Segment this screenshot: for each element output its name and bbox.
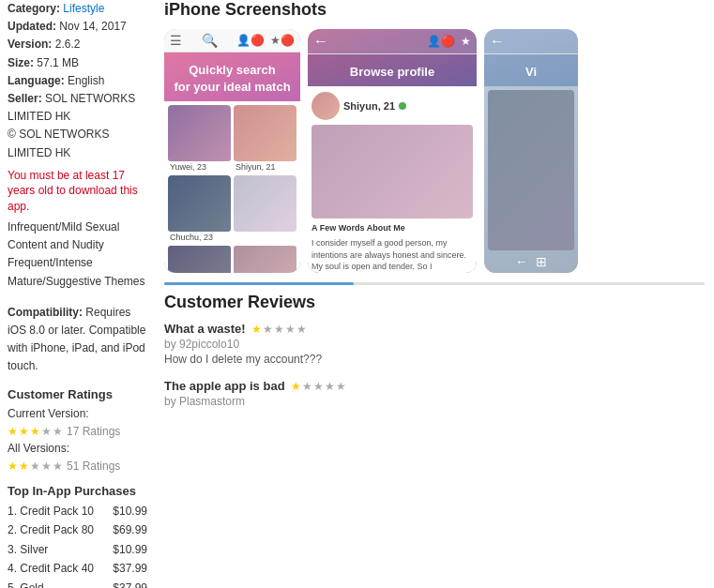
- action-icon-1[interactable]: ←: [515, 254, 528, 269]
- photo-cell-4: [234, 175, 296, 243]
- screenshot-3: ← Vi ← ⊞: [484, 29, 578, 273]
- photo-caption-3: Chuchu, 23: [168, 232, 231, 243]
- content-rating-2: Frequent/Intense Mature/Suggestive Theme…: [8, 254, 147, 290]
- online-dot: [399, 102, 406, 110]
- main-content: iPhone Screenshots ☰ 🔍 👤🔴 ★🔴 Quickly sea…: [155, 0, 714, 588]
- screen1-line1: Quickly search: [172, 62, 293, 79]
- review-1-title-row: What a waste! ★★★★★: [164, 322, 705, 336]
- iap-item: 5. Gold $37.99: [8, 579, 147, 588]
- back-icon-3: ←: [490, 33, 505, 50]
- size-label: Size:: [8, 56, 34, 69]
- reviews-section: Customer Reviews What a waste! ★★★★★ by …: [164, 293, 705, 408]
- star-icon: ★🔴: [270, 34, 295, 47]
- profile-name-row: Shiyun, 21: [311, 90, 473, 122]
- review-1: What a waste! ★★★★★ by 92piccolo10 How d…: [164, 322, 705, 368]
- all-versions-count: 51 Ratings: [67, 460, 120, 473]
- iap-list: 1. Credit Pack 10 $10.99 2. Credit Pack …: [8, 502, 147, 588]
- content-rating-1: Infrequent/Mild Sexual Content and Nudit…: [8, 219, 147, 254]
- nav-bar-2: ← 👤🔴 ★: [308, 29, 477, 54]
- screen2-body: Shiyun, 21 A Few Words About Me I consid…: [308, 86, 477, 273]
- iap-name-3: 3. Silver: [8, 540, 48, 559]
- iap-name-2: 2. Credit Pack 80: [8, 520, 94, 539]
- screenshot-1: ☰ 🔍 👤🔴 ★🔴 Quickly search for your ideal …: [164, 29, 300, 273]
- current-version-label: Current Version:: [8, 405, 147, 423]
- bottom-photo-1: [168, 246, 231, 273]
- phone-mockup-1: ☰ 🔍 👤🔴 ★🔴 Quickly search for your ideal …: [164, 29, 300, 273]
- profile-name: Shiyun, 21: [343, 100, 395, 112]
- size-value: 57.1 MB: [37, 56, 79, 69]
- person-icon: 👤🔴: [236, 34, 265, 47]
- review-2-author: by Plasmastorm: [164, 395, 705, 408]
- all-versions-ratings: ★★★★★ 51 Ratings: [8, 460, 147, 473]
- iap-title: Top In-App Purchases: [8, 484, 147, 498]
- nav-icons-right-1: 👤🔴 ★🔴: [236, 34, 295, 47]
- photo-img-1: [168, 105, 231, 161]
- photo-caption-1: Yuwei, 23: [168, 161, 231, 173]
- star-icon-2: ★: [461, 35, 471, 48]
- photo-caption-2: Shiyun, 21: [234, 161, 296, 173]
- nav-icons-right-2: 👤🔴 ★: [427, 35, 471, 48]
- iap-item: 3. Silver $10.99: [8, 540, 147, 559]
- version-value: 2.6.2: [55, 38, 81, 51]
- bottom-photos: [168, 246, 296, 273]
- iap-item: 1. Credit Pack 10 $10.99: [8, 502, 147, 520]
- screen3-body: ← ⊞: [484, 86, 578, 273]
- customer-ratings-title: Customer Ratings: [8, 387, 147, 401]
- screen2-title: Browse profile: [315, 64, 469, 81]
- review-1-title: What a waste!: [164, 322, 246, 336]
- copyright-value: © SOL NETWORKS LIMITED HK: [8, 128, 109, 158]
- photo-cell-3: Chuchu, 23: [168, 175, 231, 243]
- review-2-title: The apple app is bad: [164, 379, 285, 393]
- current-version-ratings: ★★★★★ 17 Ratings: [8, 425, 147, 438]
- current-version-stars: ★★★★★: [8, 425, 63, 438]
- all-versions-stars: ★★★★★: [8, 460, 63, 473]
- photo-img-4: [234, 175, 296, 232]
- screen1-body: Yuwei, 23 Shiyun, 21 Chuchu, 23: [164, 101, 300, 273]
- compatibility-label: Compatibility:: [8, 306, 83, 319]
- iap-price-5: $37.99: [113, 579, 147, 588]
- scroll-progress: [164, 282, 705, 285]
- scroll-progress-fill: [164, 282, 354, 285]
- action-icon-2[interactable]: ⊞: [536, 254, 547, 269]
- review-1-body: How do I delete my account???: [164, 351, 705, 368]
- photo-img-3: [168, 175, 231, 232]
- about-title: A Few Words About Me: [311, 221, 473, 234]
- photo-grid-1: Yuwei, 23 Shiyun, 21 Chuchu, 23: [168, 105, 296, 243]
- screenshot-2: ← 👤🔴 ★ Browse profile Shiyun, 21: [308, 29, 477, 273]
- iap-price-3: $10.99: [113, 540, 147, 559]
- current-version-count: 17 Ratings: [67, 425, 120, 438]
- about-text: I consider myself a good person, my inte…: [311, 237, 473, 273]
- screen3-image: [488, 90, 574, 250]
- review-2: The apple app is bad ★★★★★ by Plasmastor…: [164, 379, 705, 408]
- iap-price-2: $69.99: [113, 520, 147, 539]
- updated-label: Updated:: [8, 20, 56, 33]
- iap-name-5: 5. Gold: [8, 579, 44, 588]
- all-versions-label: All Versions:: [8, 440, 147, 458]
- bottom-photo-2: [234, 246, 296, 273]
- menu-icon: ☰: [170, 33, 182, 48]
- photo-img-2: [234, 105, 296, 161]
- phone-mockup-3: ← Vi ← ⊞: [484, 29, 578, 273]
- iap-price-4: $37.99: [113, 559, 147, 578]
- review-2-stars: ★★★★★: [291, 380, 346, 393]
- seller-label: Seller:: [8, 92, 42, 105]
- screenshots-title: iPhone Screenshots: [164, 0, 705, 20]
- reviews-title: Customer Reviews: [164, 293, 705, 312]
- nav-bar-1: ☰ 🔍 👤🔴 ★🔴: [164, 29, 300, 53]
- screen2-header: Browse profile: [308, 54, 477, 86]
- profile-photo-large: [311, 125, 473, 219]
- screen3-title: Vi: [492, 64, 570, 81]
- screen1-line2: for your ideal match: [172, 79, 293, 96]
- iap-price-1: $10.99: [113, 502, 147, 520]
- iap-name-4: 4. Credit Pack 40: [8, 559, 94, 578]
- photo-cell-1: Yuwei, 23: [168, 105, 231, 173]
- screen3-actions: ← ⊞: [488, 254, 574, 269]
- category-label: Category:: [8, 2, 60, 15]
- review-1-author: by 92piccolo10: [164, 338, 705, 351]
- search-icon: 🔍: [202, 33, 218, 48]
- person-icon-2: 👤🔴: [427, 35, 455, 48]
- screen3-header: Vi: [484, 54, 578, 86]
- category-link[interactable]: Lifestyle: [63, 2, 104, 15]
- age-warning: You must be at least 17 years old to dow…: [8, 168, 147, 215]
- version-label: Version:: [8, 38, 52, 51]
